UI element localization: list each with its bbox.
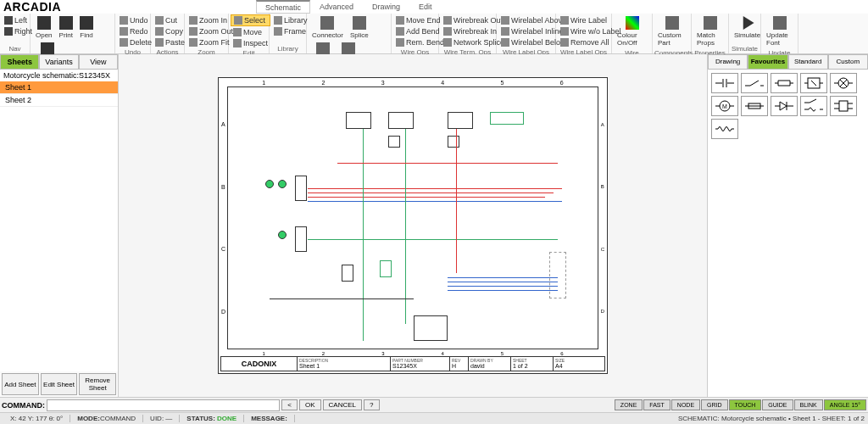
symbol-diode[interactable]: [771, 96, 798, 116]
command-input[interactable]: [47, 399, 280, 411]
lp-tab-view[interactable]: View: [79, 54, 118, 70]
lp-tab-variants[interactable]: Variants: [39, 54, 78, 70]
delete-button[interactable]: Delete: [117, 36, 154, 47]
library-icon: [274, 16, 282, 25]
sheet-item-1[interactable]: Sheet 1: [0, 81, 118, 94]
tab-advanced[interactable]: Advanced: [310, 0, 363, 14]
arrow-left-icon: [4, 16, 13, 25]
find-button[interactable]: Find: [76, 14, 97, 41]
undo-button[interactable]: Undo: [117, 14, 154, 25]
print-button[interactable]: Print: [56, 14, 76, 41]
symbol-motor[interactable]: M: [711, 96, 738, 116]
mode-guide-button[interactable]: GUIDE: [762, 399, 793, 410]
mode-zone-button[interactable]: ZONE: [615, 399, 643, 410]
colour-onoff-button[interactable]: Colour On/Off: [614, 14, 650, 48]
rp-tab-favourites[interactable]: Favourites: [748, 54, 787, 70]
redo-icon: [120, 27, 128, 36]
cmd-help-button[interactable]: ?: [364, 399, 379, 410]
print-icon: [59, 16, 73, 30]
open-button[interactable]: Open: [32, 14, 56, 41]
rp-tab-standard[interactable]: Standard: [788, 54, 828, 70]
cut-icon: [155, 16, 164, 25]
mode-grid-button[interactable]: GRID: [701, 399, 728, 410]
symbol-inductor[interactable]: [711, 119, 738, 139]
zoom-fit-icon: [189, 38, 198, 47]
redo-button[interactable]: Redo: [117, 25, 154, 36]
command-label: COMMAND:: [2, 401, 45, 410]
inspect-button[interactable]: Inspect: [231, 37, 270, 48]
cut-button[interactable]: Cut: [153, 14, 187, 25]
statusbar: X: 42 Y: 177 θ: 0° MODE:COMMAND UID: — S…: [0, 412, 868, 424]
palette-icon: [626, 16, 639, 30]
delete-icon: [120, 38, 128, 47]
label-below-icon: [501, 38, 509, 47]
play-icon: [741, 16, 754, 30]
mode-blink-button[interactable]: BLINK: [794, 399, 823, 410]
cmd-prev-button[interactable]: <: [281, 399, 298, 410]
connector-icon: [320, 16, 334, 30]
paste-icon: [155, 38, 164, 47]
library-button[interactable]: Library: [271, 14, 310, 25]
network-splice-icon: [443, 38, 452, 47]
arrow-right-icon: [4, 27, 13, 36]
cursor-icon: [234, 16, 242, 25]
tab-edit[interactable]: Edit: [409, 0, 442, 14]
titleblock: CADONIX DESCRIPTIONSheet 1 PART NUMBERS1…: [220, 356, 605, 371]
puzzle-icon: [665, 16, 679, 30]
mode-angle-button[interactable]: ANGLE 15°: [824, 399, 866, 410]
rp-tab-custom[interactable]: Custom: [828, 54, 868, 70]
zoom-in-icon: [189, 16, 198, 25]
symbol-fuse[interactable]: [741, 96, 768, 116]
rem-bend-icon: [396, 38, 404, 47]
mode-touch-button[interactable]: TOUCH: [729, 399, 762, 410]
remove-sheet-button[interactable]: Remove Sheet: [79, 373, 116, 395]
tab-drawing[interactable]: Drawing: [363, 0, 409, 14]
ribbon: Left Right Nav Open Print Find Refresh G…: [0, 14, 868, 54]
rp-tab-drawing[interactable]: Drawing: [708, 54, 748, 70]
move-end-icon: [396, 16, 404, 25]
simulate-button[interactable]: Simulate: [731, 14, 764, 41]
ribbon-group-simulate: Simulate: [731, 44, 759, 53]
svg-rect-5: [839, 101, 848, 111]
folder-icon: [37, 16, 51, 30]
ribbon-group-library: Library: [271, 44, 304, 53]
sheet-item-2[interactable]: Sheet 2: [0, 94, 118, 107]
move-icon: [233, 28, 242, 36]
font-icon: [773, 16, 787, 30]
undo-icon: [120, 16, 128, 25]
frame-icon: [274, 27, 282, 36]
tab-schematic[interactable]: Schematic: [256, 0, 310, 14]
frame-button[interactable]: Frame: [271, 25, 310, 36]
commandbar: COMMAND: < OK CANCEL ? ZONE FAST NODE GR…: [0, 397, 868, 412]
symbol-switch[interactable]: [741, 73, 768, 93]
cmd-cancel-button[interactable]: CANCEL: [323, 399, 362, 410]
symbol-resistor[interactable]: [771, 73, 798, 93]
mode-fast-button[interactable]: FAST: [643, 399, 670, 410]
wire-nolabel-icon: [560, 27, 569, 36]
cmd-ok-button[interactable]: OK: [299, 399, 321, 410]
symbol-capacitor[interactable]: [711, 73, 738, 93]
canvas[interactable]: 123456 ABCD ABCD: [119, 54, 707, 397]
move-button[interactable]: Move: [231, 26, 270, 37]
add-sheet-button[interactable]: Add Sheet: [2, 373, 39, 395]
copy-button[interactable]: Copy: [153, 25, 187, 36]
symbol-relay[interactable]: [800, 73, 827, 93]
symbol-connector[interactable]: [830, 96, 857, 116]
lp-tab-sheets[interactable]: Sheets: [0, 54, 39, 70]
mode-node-button[interactable]: NODE: [671, 399, 700, 410]
custom-part-button[interactable]: Custom Part: [654, 14, 689, 48]
edit-sheet-button[interactable]: Edit Sheet: [41, 373, 78, 395]
drawing-sheet: 123456 ABCD ABCD: [218, 77, 608, 374]
status-uid: UID: —: [143, 415, 180, 422]
update-font-button[interactable]: Update Font: [763, 14, 796, 48]
symbol-coil-switch[interactable]: [800, 96, 827, 116]
connector-button[interactable]: Connector: [309, 14, 347, 41]
paste-button[interactable]: Paste: [153, 36, 187, 47]
select-button[interactable]: Select: [231, 14, 270, 26]
match-props-button[interactable]: Match Props: [693, 14, 726, 48]
splice-button[interactable]: Splice: [347, 14, 372, 41]
match-icon: [704, 16, 717, 30]
splice-icon: [353, 16, 366, 30]
symbol-lamp[interactable]: [830, 73, 857, 93]
wirebreak-in-icon: [443, 27, 452, 36]
